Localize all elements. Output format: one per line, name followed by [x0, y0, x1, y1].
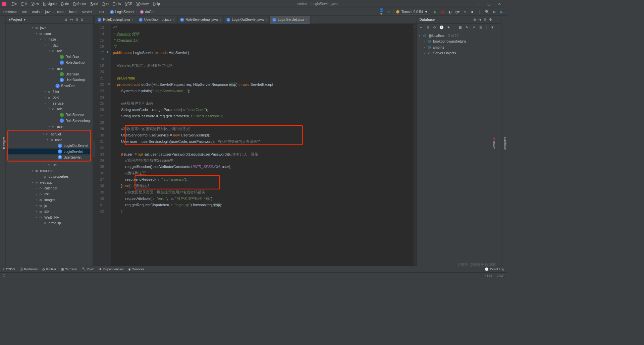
hide-icon[interactable]: —: [493, 18, 498, 22]
crumb-main[interactable]: main: [32, 10, 40, 14]
tree-node-service[interactable]: ▾🗀service: [6, 100, 93, 106]
menu-help[interactable]: Help: [151, 2, 162, 6]
debug-button[interactable]: 🐞: [440, 10, 445, 14]
tree-node-UserServlet[interactable]: CUserServlet: [8, 154, 90, 160]
settings-icon[interactable]: ⚙: [488, 18, 493, 22]
add-icon[interactable]: +: [419, 25, 423, 30]
tree-node-webapp[interactable]: ▾🗀webapp: [6, 179, 93, 185]
code-area[interactable]: /** * @author 何泽 * @version 1.0 */public…: [111, 24, 417, 266]
tree-node-WEB-INF[interactable]: ▸🗀WEB-INF: [6, 214, 93, 220]
services-button[interactable]: ◉Services: [128, 267, 144, 271]
maximize-button[interactable]: ▢: [484, 2, 494, 6]
build-icon[interactable]: ⟳: [386, 10, 391, 14]
tree-node-user[interactable]: ▾🗀user: [6, 65, 93, 71]
settings-icon[interactable]: ⚙: [79, 18, 85, 22]
db-node-bookborrowandreturn[interactable]: ▸⛁bookborrowandreturn: [419, 39, 499, 44]
refresh-icon[interactable]: ⟳: [433, 25, 437, 30]
filter-icon[interactable]: ▼: [490, 25, 495, 30]
tree-node-user[interactable]: ▾🗀user: [8, 137, 90, 142]
editor-body[interactable]: 1314151617181920212223242526272829303132…: [95, 24, 417, 266]
dependencies-button[interactable]: ❖Dependencies: [99, 267, 123, 271]
crumb-smbmse[interactable]: smbmse: [3, 10, 17, 14]
tab-LoginOutServlet.java[interactable]: CLoginOutServlet.java×: [224, 16, 270, 23]
tree-node-RoleDaoImpl[interactable]: CRoleDaoImpl: [6, 60, 93, 65]
collapse-icon[interactable]: ⊟: [74, 18, 79, 22]
run-configuration[interactable]: Tomcat 9.0.54 ▼: [394, 9, 430, 15]
tool-window-button[interactable]: ▢: [3, 274, 5, 277]
tab-RoleDaoImpl.java[interactable]: CRoleDaoImpl.java×: [95, 16, 136, 23]
db-node-Server Objects[interactable]: ▸🗀Server Objects: [419, 50, 499, 56]
locate-icon[interactable]: ⊕: [64, 18, 69, 22]
build-button[interactable]: 🔨Build: [82, 267, 94, 271]
db-node-smbms[interactable]: ▸⛁smbms: [419, 44, 499, 50]
tree-node-java[interactable]: ▾🗀java: [6, 25, 93, 31]
crumb-src[interactable]: src: [22, 10, 27, 14]
tree-node-RoleServiceImpl[interactable]: CRoleServiceImpl: [6, 118, 93, 123]
crumb-heze[interactable]: heze: [69, 10, 76, 14]
menu-edit[interactable]: Edit: [19, 2, 29, 6]
tree-node-jsp[interactable]: ▸🗀jsp: [6, 209, 93, 214]
tree-node-js[interactable]: ▸🗀js: [6, 203, 93, 208]
line-separator[interactable]: CRLF: [497, 274, 504, 277]
database-tool-tab[interactable]: Database: [504, 137, 507, 150]
stop-button[interactable]: ■: [470, 10, 475, 14]
learn-icon[interactable]: ▶: [499, 10, 504, 14]
menu-code[interactable]: Code: [59, 2, 71, 6]
tree-node-heze[interactable]: ▾🗀heze: [6, 37, 93, 42]
profiler-button[interactable]: ◔Profiler: [42, 267, 56, 271]
minimize-button[interactable]: —: [473, 2, 483, 6]
menu-view[interactable]: View: [30, 2, 41, 6]
table-icon[interactable]: ▦: [458, 25, 463, 30]
tree-node-com[interactable]: ▾🗀com: [6, 31, 93, 36]
duplicate-icon[interactable]: ⧉: [426, 25, 430, 30]
stop-icon[interactable]: ■: [446, 25, 451, 30]
tab-RoleServiceImpl.java[interactable]: CRoleServiceImpl.java×: [178, 16, 224, 23]
tree-node-LoginOutServlet[interactable]: CLoginOutServlet: [8, 143, 90, 149]
menu-run[interactable]: Run: [100, 2, 111, 6]
tree-node-resources[interactable]: ▾🗀resources: [6, 168, 93, 174]
search-icon[interactable]: 🔍: [485, 10, 489, 14]
user-icon[interactable]: 👤▾: [379, 8, 384, 16]
tree-node-servlet[interactable]: ▾🗀servlet: [8, 131, 90, 137]
crumb-servlet[interactable]: servlet: [82, 10, 92, 14]
jump-icon[interactable]: ↗: [472, 25, 476, 30]
problems-button[interactable]: ⓘProblems: [20, 267, 38, 271]
tabs-more[interactable]: ⋮: [310, 16, 318, 23]
tree-node-calendar[interactable]: ▸🗀calendar: [6, 185, 93, 191]
tree-node-db.properties[interactable]: 🗎db.properties: [6, 174, 93, 179]
menu-tools[interactable]: Tools: [111, 2, 123, 6]
hide-icon[interactable]: —: [85, 18, 90, 22]
tree-node-BaseDao[interactable]: CBaseDao: [6, 83, 93, 89]
maven-tool-tab[interactable]: m Maven: [493, 137, 496, 150]
tree-node-pojo[interactable]: ▸🗀pojo: [6, 95, 93, 100]
terminal-button[interactable]: ▣Terminal: [61, 267, 77, 271]
crumb-java[interactable]: java: [45, 10, 52, 14]
tree-node-error.jsp[interactable]: 🗎error.jsp: [6, 220, 93, 226]
attach-button[interactable]: ⎋: [463, 10, 467, 14]
tab-UserDaoImpl.java[interactable]: CUserDaoImpl.java×: [136, 16, 177, 23]
collapse-icon[interactable]: ⊟: [483, 18, 488, 22]
sync-icon[interactable]: 🕐: [439, 25, 444, 30]
expand-icon[interactable]: ⇆: [69, 18, 74, 22]
console-icon[interactable]: ▤: [479, 25, 483, 30]
tree-node-UserDao[interactable]: IUserDao: [6, 71, 93, 77]
event-log-button[interactable]: 🕓Event Log: [485, 267, 504, 271]
menu-window[interactable]: Window: [134, 2, 151, 6]
tree-node-filter[interactable]: ▸🗀filter: [6, 89, 93, 94]
crumb-doGet[interactable]: doGet: [145, 10, 155, 14]
tree-node-UserDaoImpl[interactable]: CUserDaoImpl: [6, 77, 93, 83]
profile-button[interactable]: ◔▾: [455, 10, 460, 14]
tree-node-role[interactable]: ▾🗀role: [6, 48, 93, 54]
tree-node-RoleDao[interactable]: IRoleDao: [6, 54, 93, 60]
tree-node-LoginServlet[interactable]: CLoginServlet: [8, 149, 90, 154]
tab-LoginServlet.java[interactable]: CLoginServlet.java×: [270, 16, 311, 23]
edit-icon[interactable]: ✎: [465, 25, 469, 30]
tree-node-images[interactable]: ▸🗀images: [6, 197, 93, 203]
tree-node-dao[interactable]: ▾🗀dao: [6, 42, 93, 48]
close-button[interactable]: ✕: [494, 2, 504, 6]
menu-file[interactable]: File: [9, 2, 19, 6]
run-button[interactable]: ▶: [433, 10, 438, 14]
breadcrumb[interactable]: smbmse〉src〉main〉java〉com〉heze〉servlet〉us…: [3, 9, 155, 14]
menu-refactor[interactable]: Refactor: [71, 2, 88, 6]
coverage-button[interactable]: ◧: [448, 10, 452, 14]
